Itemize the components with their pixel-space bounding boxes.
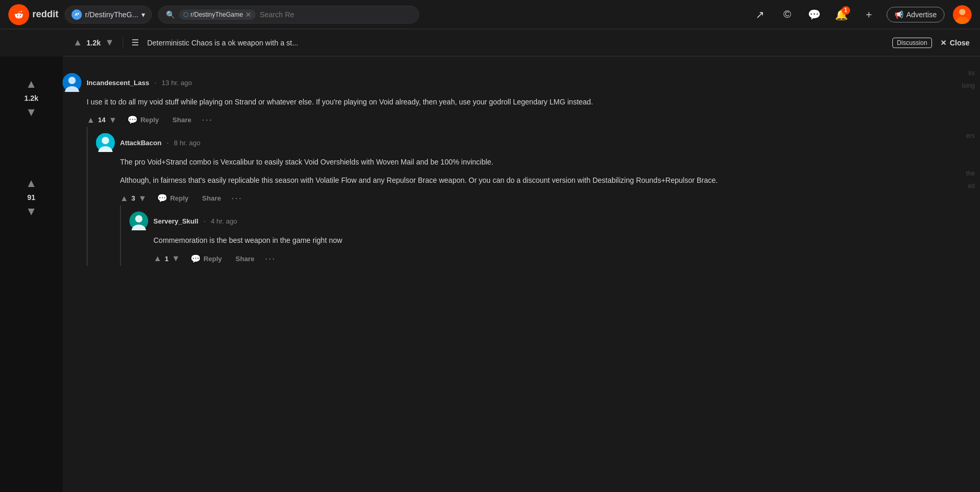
comment-text-2-1: Although, in fairness that's easily repl… (120, 174, 772, 186)
comment-author-3[interactable]: Servery_Skull (153, 217, 198, 225)
reddit-icon (8, 4, 29, 25)
copyright-icon[interactable]: © (778, 5, 797, 24)
comment-text-1-0: I use it to do all my void stuff while p… (87, 96, 772, 108)
search-bar[interactable]: 🔍 ⬡ r/DestinyTheGame ✕ (158, 6, 419, 24)
megaphone-icon: 📢 (894, 10, 903, 19)
advertise-label: Advertise (906, 10, 937, 19)
sidebar-vote-count-1: 1.2k (24, 94, 38, 102)
comment-reply-button-3[interactable]: 💬 Reply (187, 252, 225, 266)
sidebar-vote-count-2: 91 (27, 193, 35, 202)
comment-share-button-3[interactable]: Share (232, 253, 257, 265)
sidebar-upvote-2[interactable]: ▲ (26, 177, 37, 190)
comment-reply-button-2[interactable]: 💬 Reply (154, 191, 192, 205)
top-nav: reddit r/DestinyTheG... ▾ 🔍 ⬡ r/DestinyT… (0, 0, 980, 29)
comment-downvote-2[interactable]: ▼ (138, 194, 147, 203)
comment-header-2: AttackBacon · 8 hr. ago (96, 133, 772, 152)
comments-area: Incandescent_Lass · 13 hr. ago I use it … (63, 56, 793, 492)
add-icon[interactable]: ＋ (859, 5, 878, 24)
comment-author-1[interactable]: Incandescent_Lass (87, 79, 149, 87)
subreddit-name: r/DestinyTheG... (85, 10, 138, 19)
post-type-icon: ☰ (132, 38, 139, 48)
chevron-down-icon: ▾ (141, 10, 145, 19)
comment-more-button-3[interactable]: ··· (265, 253, 276, 264)
avatar-servery-skull (129, 212, 148, 230)
sidebar-upvote-1[interactable]: ▲ (26, 77, 37, 91)
comment-header-1: Incandescent_Lass · 13 hr. ago (63, 73, 772, 92)
subreddit-selector[interactable]: r/DestinyTheG... ▾ (65, 6, 152, 24)
search-subreddit-label: r/DestinyTheGame (190, 11, 243, 18)
divider (123, 37, 123, 49)
sidebar-vote-2: ▲ 91 ▼ (26, 177, 37, 218)
comment-vote-count-2: 3 (132, 194, 135, 202)
sidebar-downvote-2[interactable]: ▼ (26, 205, 37, 218)
share-label-2: Share (202, 194, 221, 202)
comment-more-button-1[interactable]: ··· (202, 114, 213, 125)
comment-vote-count-3: 1 (165, 255, 169, 263)
comment-actions-3: ▲ 1 ▼ 💬 Reply Share (129, 252, 772, 266)
sidebar-vote-1: ▲ 1.2k ▼ (24, 77, 38, 119)
chat-icon[interactable]: 💬 (805, 5, 824, 24)
post-title: Deterministic Chaos is a ok weapon with … (147, 39, 884, 47)
notification-badge: 1 (842, 6, 850, 15)
comment-vote-group-1: ▲ 14 ▼ (87, 115, 117, 125)
comment-upvote-3[interactable]: ▲ (153, 254, 162, 263)
reply-label-1: Reply (140, 116, 159, 124)
comment-nested-1: AttackBacon · 8 hr. ago The pro Void+Str… (87, 127, 772, 265)
right-sidebar-text: ksisingerstheed (917, 56, 980, 203)
comment-text-3-0: Commemoration is the best weapon in the … (153, 235, 772, 246)
advertise-button[interactable]: 📢 Advertise (887, 7, 945, 22)
svg-point-8 (102, 137, 109, 144)
comment-attackbacon: AttackBacon · 8 hr. ago The pro Void+Str… (96, 127, 772, 265)
page-layout: ▲ 1.2k ▼ ▲ 91 ▼ Incandescent_Lass (0, 0, 980, 492)
svg-point-10 (135, 215, 142, 222)
comment-downvote-1[interactable]: ▼ (109, 115, 117, 125)
share-label-1: Share (173, 116, 192, 124)
post-upvote-button[interactable]: ▲ (73, 37, 82, 48)
avatar-incandescent-lass (63, 73, 81, 92)
comment-reply-button-1[interactable]: 💬 Reply (124, 113, 162, 127)
post-header-bar: ▲ 1.2k ▼ ☰ Deterministic Chaos is a ok w… (63, 29, 980, 56)
post-vote-count: 1.2k (87, 39, 101, 47)
reddit-logo[interactable]: reddit (8, 4, 58, 25)
comment-actions-2: ▲ 3 ▼ 💬 Reply Share ··· (96, 191, 772, 205)
svg-point-2 (78, 13, 79, 14)
subreddit-icon (71, 9, 82, 20)
clear-search-subreddit-button[interactable]: ✕ (245, 10, 252, 19)
comment-vote-group-2: ▲ 3 ▼ (120, 194, 147, 203)
comment-vote-count-1: 14 (98, 116, 105, 124)
comment-body-2: The pro Void+Strand combo is Vexcalibur … (96, 156, 772, 186)
comment-share-button-1[interactable]: Share (170, 114, 195, 126)
user-avatar[interactable] (953, 5, 972, 24)
comment-downvote-3[interactable]: ▼ (172, 254, 180, 263)
search-icon: 🔍 (166, 10, 175, 19)
comment-upvote-2[interactable]: ▲ (120, 194, 128, 203)
post-downvote-button[interactable]: ▼ (105, 37, 114, 48)
comment-text-2-0: The pro Void+Strand combo is Vexcalibur … (120, 156, 772, 168)
close-panel-button[interactable]: ✕ Close (940, 39, 970, 47)
search-subreddit-badge: ⬡ r/DestinyTheGame ✕ (179, 9, 256, 20)
comment-actions-1: ▲ 14 ▼ 💬 Reply Share ··· (63, 113, 772, 127)
post-vote-group: ▲ 1.2k ▼ (73, 37, 114, 48)
directmessage-icon[interactable]: ↗ (751, 5, 770, 24)
nav-icons: ↗ © 💬 🔔 1 ＋ 📢 Advertise (751, 5, 972, 24)
comment-more-button-2[interactable]: ··· (231, 193, 242, 204)
svg-point-6 (68, 77, 76, 84)
search-input[interactable] (260, 10, 411, 19)
sidebar-downvote-1[interactable]: ▼ (26, 106, 37, 119)
left-sidebar: ▲ 1.2k ▼ ▲ 91 ▼ (0, 56, 63, 492)
discussion-badge: Discussion (892, 38, 932, 48)
comment-share-button-2[interactable]: Share (199, 192, 224, 204)
comment-body-1: I use it to do all my void stuff while p… (63, 96, 772, 108)
comment-body-3: Commemoration is the best weapon in the … (129, 235, 772, 246)
comment-header-3: Servery_Skull · 4 hr. ago (129, 212, 772, 230)
share-label-3: Share (235, 255, 254, 263)
comment-time-1: 13 hr. ago (162, 79, 192, 87)
comment-author-2[interactable]: AttackBacon (120, 139, 161, 147)
reply-icon-1: 💬 (127, 115, 138, 125)
comment-vote-group-3: ▲ 1 ▼ (153, 254, 180, 263)
comment-upvote-1[interactable]: ▲ (87, 115, 95, 125)
comment-time-3: 4 hr. ago (211, 217, 237, 225)
notifications-icon[interactable]: 🔔 1 (832, 5, 851, 24)
reddit-wordmark: reddit (32, 9, 58, 20)
reply-icon-3: 💬 (190, 254, 201, 264)
